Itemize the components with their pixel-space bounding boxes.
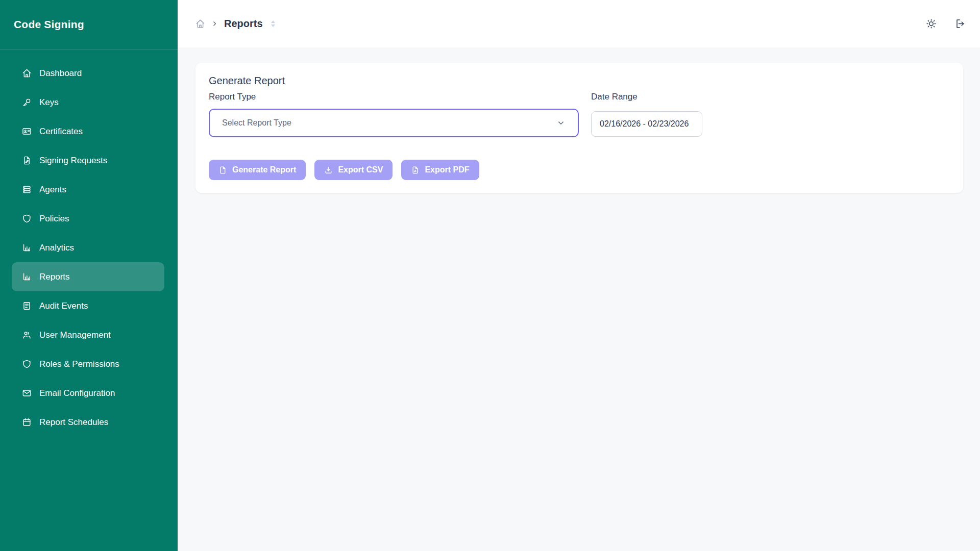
date-range-input[interactable] <box>591 111 702 137</box>
breadcrumb: Reports <box>195 18 275 30</box>
generate-report-button[interactable]: Generate Report <box>209 160 306 180</box>
report-type-label: Report Type <box>209 92 579 102</box>
id-card-icon <box>22 127 32 136</box>
sidebar-item-agents[interactable]: Agents <box>12 175 164 204</box>
sidebar-item-email-configuration[interactable]: Email Configuration <box>12 379 164 408</box>
sidebar-item-policies[interactable]: Policies <box>12 204 164 233</box>
file-pdf-icon <box>411 166 420 174</box>
header-actions <box>926 18 966 29</box>
sidebar-item-dashboard[interactable]: Dashboard <box>12 59 164 88</box>
export-csv-label: Export CSV <box>338 165 383 174</box>
generate-report-label: Generate Report <box>232 165 296 174</box>
date-range-label: Date Range <box>591 92 702 102</box>
generate-report-card: Generate Report Report Type Select Repor… <box>195 63 963 193</box>
report-actions: Generate Report Export CSV Export PDF <box>209 160 950 180</box>
export-pdf-button[interactable]: Export PDF <box>401 160 479 180</box>
calendar-icon <box>22 417 32 427</box>
sidebar-item-certificates[interactable]: Certificates <box>12 117 164 146</box>
main-content: Generate Report Report Type Select Repor… <box>178 47 980 551</box>
download-icon <box>324 166 333 174</box>
sidebar-item-label: Keys <box>39 97 59 108</box>
key-icon <box>22 97 32 107</box>
sidebar-item-label: User Management <box>39 330 111 340</box>
sidebar-item-label: Dashboard <box>39 68 82 79</box>
users-icon <box>22 330 32 340</box>
journal-icon <box>22 301 32 311</box>
server-icon <box>22 185 32 194</box>
sidebar-item-label: Signing Requests <box>39 156 107 166</box>
card-title: Generate Report <box>209 75 950 87</box>
file-signature-icon <box>22 156 32 165</box>
sidebar-item-label: Policies <box>39 214 69 224</box>
sidebar-item-analytics[interactable]: Analytics <box>12 233 164 262</box>
envelope-icon <box>22 388 32 398</box>
top-header: Reports <box>178 0 980 47</box>
sidebar-item-label: Reports <box>39 272 70 282</box>
theme-toggle-button[interactable] <box>926 18 937 29</box>
sidebar-item-label: Email Configuration <box>39 388 115 398</box>
bar-chart-icon <box>22 243 32 253</box>
sidebar-item-label: Agents <box>39 185 66 195</box>
report-type-field: Report Type Select Report Type <box>209 92 579 137</box>
sidebar-item-label: Report Schedules <box>39 417 108 428</box>
sidebar-item-report-schedules[interactable]: Report Schedules <box>12 408 164 437</box>
date-range-field: Date Range <box>591 92 702 137</box>
logout-icon <box>955 18 966 29</box>
report-form-row: Report Type Select Report Type Date Rang… <box>209 92 950 137</box>
file-icon <box>218 166 227 174</box>
report-type-select[interactable]: Select Report Type <box>209 109 579 137</box>
sidebar-item-user-management[interactable]: User Management <box>12 320 164 349</box>
sidebar-item-roles-permissions[interactable]: Roles & Permissions <box>12 349 164 379</box>
sidebar: Code Signing Dashboard Keys Certificates <box>0 0 178 551</box>
sidebar-item-label: Audit Events <box>39 301 88 311</box>
logout-button[interactable] <box>955 18 966 29</box>
sidebar-header: Code Signing <box>0 0 178 49</box>
sidebar-item-signing-requests[interactable]: Signing Requests <box>12 146 164 175</box>
export-pdf-label: Export PDF <box>425 165 469 174</box>
sidebar-item-keys[interactable]: Keys <box>12 88 164 117</box>
export-csv-button[interactable]: Export CSV <box>314 160 393 180</box>
bar-chart-icon <box>22 272 32 282</box>
sidebar-item-label: Roles & Permissions <box>39 359 119 369</box>
chevron-down-icon <box>556 118 566 128</box>
report-type-selected-value: Select Report Type <box>222 118 291 128</box>
sidebar-item-label: Analytics <box>39 243 74 253</box>
home-icon <box>22 68 32 78</box>
sidebar-item-reports[interactable]: Reports <box>12 262 164 291</box>
caret-sort-icon <box>271 20 275 27</box>
sidebar-nav: Dashboard Keys Certificates Signing Requ… <box>0 49 178 437</box>
sidebar-item-label: Certificates <box>39 127 83 137</box>
sidebar-item-audit-events[interactable]: Audit Events <box>12 291 164 320</box>
shield-icon <box>22 359 32 369</box>
sun-icon <box>926 18 937 29</box>
home-icon[interactable] <box>195 19 205 29</box>
page-title: Reports <box>224 18 263 30</box>
chevron-right-icon <box>211 20 218 28</box>
shield-icon <box>22 214 32 223</box>
app-title: Code Signing <box>14 18 84 31</box>
